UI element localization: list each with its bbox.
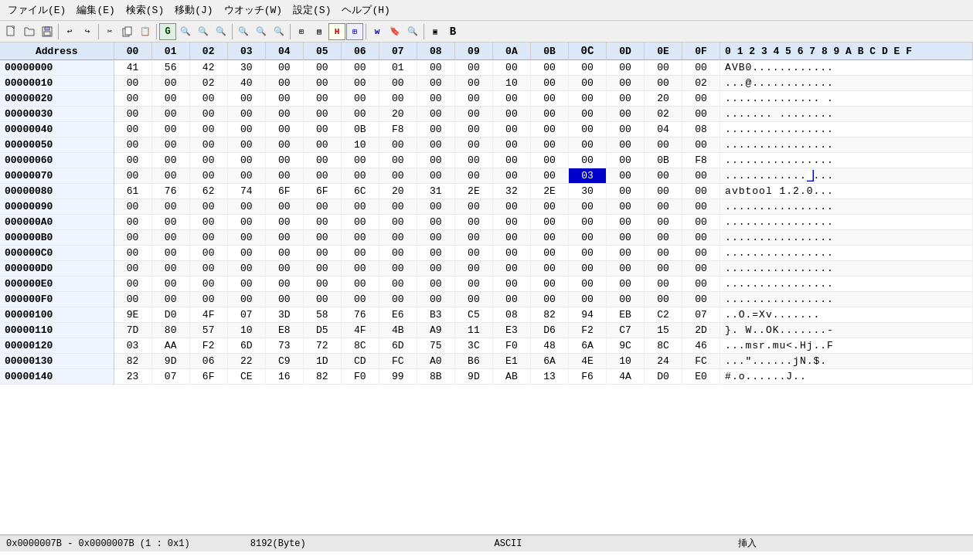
- hex-cell[interactable]: 56: [151, 60, 189, 76]
- hex-cell[interactable]: C7: [607, 323, 645, 338]
- hex-cell[interactable]: 00: [265, 199, 303, 215]
- hex-cell[interactable]: 62: [189, 184, 227, 199]
- hex-cell[interactable]: 00: [303, 215, 341, 230]
- hex-cell[interactable]: E3: [492, 323, 530, 338]
- hex-cell[interactable]: 00: [645, 168, 682, 184]
- menu-watch[interactable]: ウオッチ(W): [219, 2, 287, 19]
- hex-cell[interactable]: 57: [189, 323, 227, 338]
- hex-cell[interactable]: 00: [568, 246, 606, 261]
- hex-cell[interactable]: 8C: [645, 338, 682, 354]
- hex-cell[interactable]: F0: [341, 369, 379, 385]
- search2-button[interactable]: 🔍: [404, 23, 421, 40]
- hex-cell[interactable]: 00: [492, 60, 530, 76]
- cut-button[interactable]: ✂: [101, 23, 118, 40]
- hex-cell[interactable]: D5: [303, 323, 341, 338]
- hex-cell[interactable]: C2: [645, 307, 682, 323]
- hex-cell[interactable]: 00: [114, 153, 151, 168]
- hex-cell[interactable]: 22: [227, 354, 265, 369]
- hex-cell[interactable]: 00: [303, 153, 341, 168]
- hex-cell[interactable]: 00: [607, 230, 645, 246]
- hex-cell[interactable]: 2E: [530, 184, 568, 199]
- hex-cell[interactable]: F2: [568, 323, 606, 338]
- hex-cell[interactable]: 00: [492, 292, 530, 307]
- hex-cell[interactable]: 00: [303, 168, 341, 184]
- hex-cell[interactable]: 00: [303, 246, 341, 261]
- hex-cell[interactable]: 00: [265, 137, 303, 153]
- hex-cell[interactable]: 08: [682, 122, 720, 137]
- hex-cell[interactable]: 00: [417, 246, 454, 261]
- hex-cell[interactable]: 00: [341, 168, 379, 184]
- word-button[interactable]: w: [369, 23, 386, 40]
- hex-cell[interactable]: 00: [303, 76, 341, 91]
- hex-cell[interactable]: 07: [227, 307, 265, 323]
- hex-cell[interactable]: 00: [227, 261, 265, 277]
- hex-cell[interactable]: 00: [645, 199, 682, 215]
- hex-cell[interactable]: 00: [607, 199, 645, 215]
- zoom-in-button[interactable]: 🔍: [177, 23, 194, 40]
- hex-cell[interactable]: 00: [492, 261, 530, 277]
- menu-file[interactable]: ファイル(E): [3, 2, 70, 19]
- hex-cell[interactable]: 00: [568, 230, 606, 246]
- hex-cell[interactable]: 9D: [454, 369, 492, 385]
- hex-cell[interactable]: 00: [303, 137, 341, 153]
- hex-cell[interactable]: 00: [454, 292, 492, 307]
- table-row[interactable]: 000000C000000000000000000000000000000000…: [0, 246, 973, 261]
- hex-cell[interactable]: 00: [379, 246, 417, 261]
- hex-cell[interactable]: E6: [379, 307, 417, 323]
- hex-cell[interactable]: EB: [607, 307, 645, 323]
- hex-cell[interactable]: 00: [454, 122, 492, 137]
- hex-cell[interactable]: 00: [379, 137, 417, 153]
- hex-cell[interactable]: 00: [151, 107, 189, 122]
- bold-button[interactable]: B: [444, 23, 461, 40]
- hex-cell[interactable]: 00: [682, 230, 720, 246]
- hex-cell[interactable]: 00: [454, 261, 492, 277]
- hex-cell[interactable]: 00: [417, 137, 454, 153]
- hex-cell[interactable]: 00: [645, 76, 682, 91]
- hex-cell[interactable]: 48: [530, 338, 568, 354]
- hex-cell[interactable]: 00: [530, 261, 568, 277]
- hex-cell[interactable]: 00: [114, 168, 151, 184]
- menu-jump[interactable]: 移動(J): [170, 2, 217, 19]
- hex-cell[interactable]: 00: [227, 153, 265, 168]
- hex-cell[interactable]: FC: [379, 354, 417, 369]
- hex-cell[interactable]: 00: [114, 230, 151, 246]
- hex-cell[interactable]: 00: [227, 215, 265, 230]
- fill-button[interactable]: ▣: [427, 23, 444, 40]
- hex-cell[interactable]: 6A: [568, 338, 606, 354]
- hex-cell[interactable]: D0: [151, 307, 189, 323]
- hex-cell[interactable]: 01: [379, 60, 417, 76]
- hex-cell[interactable]: 9C: [607, 338, 645, 354]
- hex-cell[interactable]: 00: [530, 91, 568, 107]
- hex-cell[interactable]: F8: [379, 122, 417, 137]
- hex-cell[interactable]: 00: [492, 122, 530, 137]
- hex-cell[interactable]: 00: [530, 246, 568, 261]
- hex-cell[interactable]: 00: [568, 215, 606, 230]
- hex-cell[interactable]: 00: [341, 199, 379, 215]
- hex-cell[interactable]: A0: [417, 354, 454, 369]
- hex-cell[interactable]: 00: [492, 246, 530, 261]
- hex-cell[interactable]: 00: [607, 122, 645, 137]
- hex-cell[interactable]: 00: [568, 122, 606, 137]
- undo-button[interactable]: ↩: [61, 23, 78, 40]
- hex-cell[interactable]: 6F: [265, 184, 303, 199]
- hex-cell[interactable]: 00: [607, 261, 645, 277]
- mode4-button[interactable]: ⊞: [346, 23, 363, 40]
- hex-cell[interactable]: 00: [607, 292, 645, 307]
- hex-cell[interactable]: 76: [151, 184, 189, 199]
- hex-cell[interactable]: 10: [607, 354, 645, 369]
- table-row[interactable]: 0000009000000000000000000000000000000000…: [0, 199, 973, 215]
- hex-cell[interactable]: 00: [607, 246, 645, 261]
- hex-cell[interactable]: 00: [341, 107, 379, 122]
- hex-cell[interactable]: 00: [265, 261, 303, 277]
- table-row[interactable]: 0000001000000240000000000000100000000002…: [0, 76, 973, 91]
- hex-cell[interactable]: 00: [530, 76, 568, 91]
- hex-cell[interactable]: 00: [341, 215, 379, 230]
- hex-cell[interactable]: 00: [379, 261, 417, 277]
- hex-cell[interactable]: 4E: [568, 354, 606, 369]
- hex-cell[interactable]: 10: [341, 137, 379, 153]
- hex-cell[interactable]: 75: [417, 338, 454, 354]
- hex-cell[interactable]: 00: [530, 215, 568, 230]
- mode3-button[interactable]: H: [328, 23, 345, 40]
- table-row[interactable]: 0000005000000000000010000000000000000000…: [0, 137, 973, 153]
- hex-cell[interactable]: 6F: [303, 184, 341, 199]
